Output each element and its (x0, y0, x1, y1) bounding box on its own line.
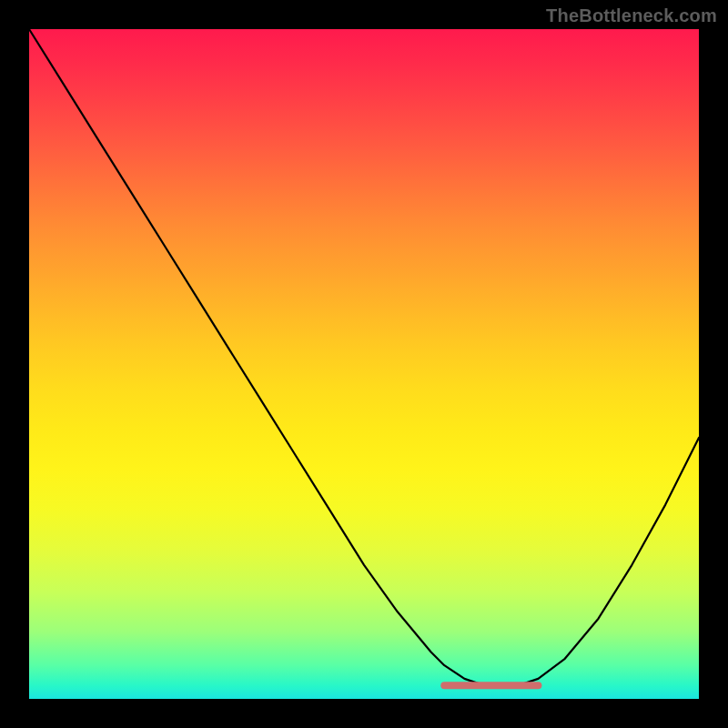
curve-layer (29, 29, 699, 699)
bottleneck-curve (29, 29, 699, 685)
chart-stage: TheBottleneck.com (0, 0, 728, 728)
plot-area (29, 29, 699, 699)
watermark-text: TheBottleneck.com (546, 5, 717, 26)
